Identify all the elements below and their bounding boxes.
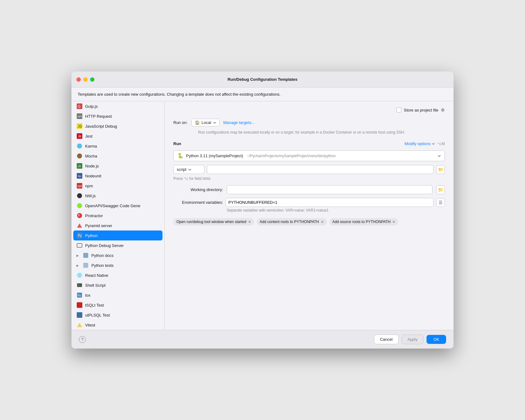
sidebar-item-tsqlt[interactable]: tSQLt Test [71,300,164,310]
svg-text:npm: npm [77,185,82,188]
svg-text:API: API [77,115,82,118]
sidebar-item-python-debug-server[interactable]: Python Debug Server [71,240,164,250]
item-icon-python-tests [83,262,89,268]
sidebar-item-karma[interactable]: Karma [71,141,164,151]
sidebar-item-openapi[interactable]: OpenAPI/Swagger Code Gene [71,201,164,211]
item-icon-utplsql [76,312,83,318]
tag-close-open-run-debug[interactable]: ✕ [248,220,251,224]
script-input[interactable] [207,165,434,174]
working-directory-row: Working directory: 📁 [173,185,445,194]
sidebar-item-pyramid[interactable]: Pyramid server [71,221,164,231]
svg-point-9 [77,153,82,158]
sidebar-item-label-javascript-debug: JavaScript Debug [85,124,117,129]
ok-button[interactable]: OK [427,335,446,344]
sidebar-item-http-request[interactable]: APIHTTP Request [71,111,164,121]
svg-point-26 [79,275,80,276]
sidebar-item-label-http-request: HTTP Request [85,114,112,119]
sidebar-item-vitest[interactable]: Vitest [71,320,164,330]
apply-button[interactable]: Apply [402,335,424,344]
tag-add-source-roots: Add source roots to PYTHONPATH✕ [329,218,399,226]
sidebar-item-label-utplsql: utPLSQL Test [85,313,110,317]
item-icon-pyramid [76,222,83,229]
working-directory-folder-button[interactable]: 📁 [436,185,445,194]
tag-add-content-roots: Add content roots to PYTHONPATH✕ [257,218,327,226]
script-type-label: script [177,167,186,172]
svg-text:Je: Je [78,135,81,138]
sidebar-item-npm[interactable]: npmnpm [71,181,164,191]
svg-text:Py: Py [78,234,82,237]
sidebar-item-protractor[interactable]: PProtractor [71,211,164,221]
script-chevron [188,169,191,171]
script-type-dropdown[interactable]: script [173,165,204,174]
gear-icon[interactable]: ⚙ [441,107,445,112]
titlebar: Run/Debug Configuration Templates [71,71,454,88]
minimize-button[interactable] [83,77,88,82]
store-project-checkbox[interactable] [396,107,401,112]
sidebar-item-jest[interactable]: JeJest [71,131,164,141]
modify-options-chevron [432,143,435,145]
sidebar-item-label-jest: Jest [85,134,93,139]
sidebar-item-react-native[interactable]: React Native [71,270,164,280]
sidebar-item-nodeunit[interactable]: NuNodeunit [71,171,164,181]
python-interpreter-icon: 🐍 [177,153,184,159]
sidebar-item-mocha[interactable]: Mocha [71,151,164,161]
expand-arrow-python-tests: ▶ [76,264,79,267]
item-icon-http-request: API [76,113,83,119]
svg-rect-23 [77,244,82,247]
tag-close-add-content-roots[interactable]: ✕ [321,220,324,224]
main-content: GGulp.jsAPIHTTP RequestJSJavaScript Debu… [71,101,454,330]
sidebar-item-nodejs[interactable]: JSNode.js [71,161,164,171]
working-directory-label: Working directory: [173,187,223,192]
sidebar-item-nwjs[interactable]: NW.js [71,191,164,201]
field-hints: Press ⌥ for field hints [173,176,445,181]
env-vars-list-button[interactable]: ☰ [436,198,445,207]
interpreter-dropdown[interactable]: 🐍 Python 3.11 (mySampleProject) ~/Pychar… [173,150,445,161]
item-icon-nwjs [76,193,83,199]
bottom-bar: ? Cancel Apply OK [71,330,454,349]
cancel-button[interactable]: Cancel [374,335,398,344]
sidebar-item-utplsql[interactable]: utPLSQL Test [71,310,164,320]
sidebar-item-javascript-debug[interactable]: JSJavaScript Debug [71,121,164,131]
item-icon-karma [76,143,83,149]
script-folder-button[interactable]: 📁 [436,165,445,174]
sidebar-item-python-tests[interactable]: ▶Python tests [71,260,164,270]
sidebar-item-label-karma: Karma [85,144,97,148]
maximize-button[interactable] [90,77,94,82]
help-icon: ? [81,337,84,342]
help-button[interactable]: ? [79,336,86,343]
sidebar-item-shell-script[interactable]: >_Shell Script [71,280,164,290]
close-button[interactable] [76,77,81,82]
svg-point-17 [77,203,82,208]
run-on-dropdown[interactable]: 🏠 Local [191,119,220,126]
item-icon-shell-script: >_ [76,282,83,288]
sidebar-item-gulp[interactable]: GGulp.js [71,101,164,111]
svg-marker-20 [77,223,82,228]
info-bar: Templates are used to create new configu… [71,88,454,101]
svg-text:JS: JS [78,165,81,168]
list-icon: ☰ [439,200,443,205]
svg-text:JS: JS [78,124,82,129]
sidebar-item-python[interactable]: PyPython [73,231,162,240]
sidebar-item-label-tox: tox [85,293,90,298]
item-icon-python: Py [76,232,83,239]
env-vars-input[interactable]: PYTHONUNBUFFERED=1 [226,198,434,207]
run-on-value: Local [202,120,211,125]
modify-options-button[interactable]: Modify options ⌥M [404,141,445,146]
bottom-right-buttons: Cancel Apply OK [374,335,446,344]
svg-point-8 [77,144,82,148]
sidebar-item-tox[interactable]: Pytox [71,290,164,300]
item-icon-vitest [76,322,83,328]
working-directory-input[interactable] [227,185,432,194]
sidebar-item-label-tsqlt: tSQLt Test [85,303,104,308]
run-on-label: Run on: [173,120,188,125]
item-icon-python-debug-server [76,242,83,249]
sidebar-item-python-docs[interactable]: ▶Python docs [71,250,164,260]
svg-rect-34 [77,302,82,308]
sidebar-item-label-vitest: Vitest [85,323,95,327]
modify-options-label: Modify options [404,141,431,146]
tag-close-add-source-roots[interactable]: ✕ [392,220,395,224]
item-icon-jest: Je [76,133,83,139]
manage-targets-link[interactable]: Manage targets... [223,120,255,125]
store-project-label: Store as project file [404,108,438,112]
interpreter-path: ~/PycharmProjects/mySampleProject/venv/b… [247,154,336,158]
